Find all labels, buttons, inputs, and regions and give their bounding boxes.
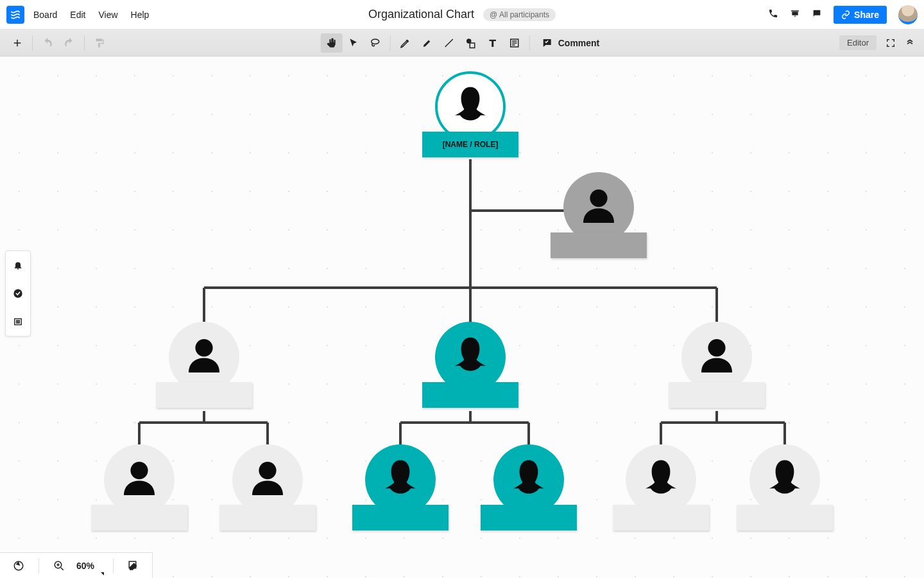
pointer-tool[interactable] [343, 33, 364, 53]
text-tool[interactable] [482, 33, 504, 53]
org-node-label[interactable] [737, 505, 833, 530]
org-node-l3b2[interactable] [481, 444, 577, 530]
menu-edit[interactable]: Edit [70, 10, 85, 20]
avatar[interactable] [898, 5, 918, 24]
org-node-label[interactable] [156, 382, 252, 408]
org-node-label[interactable] [481, 505, 577, 530]
comment-tool-label: Comment [558, 38, 600, 48]
format-painter-button[interactable] [89, 33, 110, 53]
canvas[interactable]: [NAME / ROLE] [0, 57, 924, 578]
org-node-l3b1[interactable] [352, 444, 449, 530]
shape-tool[interactable] [460, 33, 482, 53]
undo-button[interactable] [37, 33, 58, 53]
org-node-label[interactable] [613, 505, 709, 530]
collapse-button[interactable] [905, 33, 915, 53]
role-chip[interactable]: Editor [839, 35, 877, 50]
note-tool[interactable] [504, 33, 526, 53]
zoom-level[interactable]: 60% [76, 561, 94, 571]
lasso-tool[interactable] [364, 33, 386, 53]
org-node-label[interactable] [422, 382, 518, 408]
zoom-in-button[interactable] [48, 556, 70, 575]
line-tool[interactable] [438, 33, 460, 53]
org-node-root[interactable]: [NAME / ROLE] [422, 71, 518, 157]
redo-button[interactable] [58, 33, 80, 53]
chat-icon[interactable] [812, 8, 822, 21]
minimap-button[interactable] [8, 556, 30, 575]
org-node-label[interactable] [219, 505, 316, 530]
svg-point-0 [372, 39, 379, 44]
present-icon[interactable] [790, 8, 800, 21]
share-button[interactable]: Share [834, 6, 887, 24]
org-node-label[interactable] [669, 382, 765, 408]
org-node-label[interactable] [91, 505, 187, 530]
org-node-l3a2[interactable] [219, 444, 316, 530]
marker-tool[interactable] [416, 33, 438, 53]
add-button[interactable] [6, 33, 28, 53]
zoom-menu-icon[interactable] [101, 572, 104, 575]
phone-icon[interactable] [768, 8, 778, 21]
notifications-button[interactable] [6, 251, 30, 279]
org-node-l3a1[interactable] [91, 444, 187, 530]
pen-tool[interactable] [395, 33, 416, 53]
menu-help[interactable]: Help [131, 10, 150, 20]
org-node-label[interactable] [352, 505, 449, 530]
org-node-label[interactable] [551, 232, 647, 258]
org-node-l2c[interactable] [669, 322, 765, 408]
comment-tool[interactable]: Comment [534, 37, 604, 49]
list-button[interactable] [6, 308, 30, 336]
fullscreen-button[interactable] [886, 33, 896, 53]
org-node-l2a[interactable] [156, 322, 252, 408]
org-node-label[interactable]: [NAME / ROLE] [422, 132, 518, 157]
menu-board[interactable]: Board [33, 10, 57, 20]
page-title[interactable]: Organizational Chart [368, 8, 474, 21]
hand-tool[interactable] [321, 33, 343, 53]
org-node-l3c2[interactable] [737, 444, 833, 530]
edit-button[interactable] [123, 556, 144, 575]
tasks-button[interactable] [6, 279, 30, 308]
org-node-l3c1[interactable] [613, 444, 709, 530]
org-node-assist[interactable] [551, 172, 647, 258]
org-node-l2b[interactable] [422, 322, 518, 408]
menu-view[interactable]: View [98, 10, 117, 20]
app-logo[interactable] [6, 6, 24, 24]
share-button-label: Share [854, 10, 879, 20]
participants-chip[interactable]: @ All participants [483, 8, 556, 21]
